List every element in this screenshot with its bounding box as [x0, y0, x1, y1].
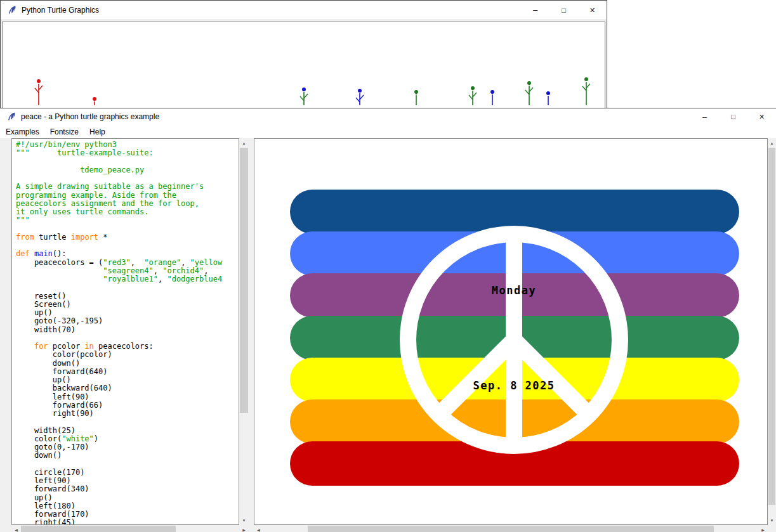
code-line: up()	[16, 309, 239, 317]
code-line: #!/usr/bin/env python3	[16, 141, 239, 149]
scrollbar-thumb[interactable]	[768, 148, 775, 505]
code-line: forward(340)	[16, 485, 239, 493]
pane-divider	[249, 138, 254, 525]
pane-divider	[249, 525, 254, 532]
scroll-up-icon[interactable]: ▲	[239, 138, 249, 148]
code-line: down()	[16, 360, 239, 368]
scrollbar-track[interactable]	[263, 525, 758, 532]
weekday-label: Monday	[492, 284, 536, 297]
code-line: def main():	[16, 250, 239, 258]
code-line: forward(66)	[16, 401, 239, 410]
background-window-title: Python Turtle Graphics	[22, 6, 99, 15]
minimize-button[interactable]: –	[521, 1, 549, 19]
tree-sprig	[414, 90, 418, 105]
tree-sprig	[490, 90, 494, 105]
tree-sprig	[469, 86, 477, 105]
code-line: right(45)	[16, 519, 239, 525]
code-line: Screen()	[16, 301, 239, 309]
turtle-canvas: Monday Sep. 8 2025	[254, 138, 768, 525]
code-line: left(90)	[16, 393, 239, 401]
main-window: peace - a Python turtle graphics example…	[0, 108, 776, 532]
background-turtle-canvas	[2, 22, 605, 108]
minimize-button[interactable]: –	[690, 108, 719, 125]
tree-sprig	[93, 97, 96, 105]
source-code[interactable]: #!/usr/bin/env python3""" turtle-example…	[12, 139, 239, 525]
code-line: width(70)	[16, 326, 239, 334]
maximize-button[interactable]: □	[549, 1, 578, 19]
code-line: right(90)	[16, 410, 239, 418]
scrollbar-track[interactable]	[21, 525, 239, 532]
code-horizontal-scrollbar[interactable]: ◀ ▶	[11, 525, 249, 532]
code-line: peacecolors = ("red3", "orange", "yellow	[16, 259, 239, 267]
menu-fontsize[interactable]: Fontsize	[45, 126, 84, 138]
code-line: down()	[16, 451, 239, 460]
code-line: left(90)	[16, 477, 239, 485]
scroll-right-icon[interactable]: ▶	[239, 525, 249, 532]
menu-help[interactable]: Help	[84, 126, 110, 138]
maximize-button[interactable]: □	[719, 108, 747, 125]
background-window: Python Turtle Graphics – □ ×	[0, 0, 607, 108]
code-line: goto(0,-170)	[16, 443, 239, 451]
scrollbar-track[interactable]	[239, 148, 249, 516]
tk-feather-icon	[6, 112, 16, 122]
code-line: peacecolors assignment and the for loop,	[16, 200, 239, 208]
code-line	[16, 158, 239, 166]
code-editor[interactable]: #!/usr/bin/env python3""" turtle-example…	[11, 138, 239, 525]
code-line: up()	[16, 494, 239, 502]
code-line	[16, 174, 239, 183]
code-line	[16, 334, 239, 342]
tree-sprigs-drawing	[3, 22, 605, 107]
code-vertical-scrollbar[interactable]: ▲ ▼	[239, 138, 249, 525]
code-line: width(25)	[16, 427, 239, 435]
tk-feather-icon	[7, 5, 17, 15]
code-line: circle(170)	[16, 469, 239, 477]
scroll-down-icon[interactable]: ▼	[239, 516, 249, 525]
main-window-titlebar[interactable]: peace - a Python turtle graphics example…	[0, 108, 776, 125]
code-line: for pcolor in peacecolors:	[16, 342, 239, 351]
close-button[interactable]: ×	[578, 1, 607, 19]
code-line: forward(640)	[16, 368, 239, 376]
scrollbar-track[interactable]	[768, 148, 776, 516]
left-gutter	[0, 525, 11, 532]
code-line: programming example. Aside from the	[16, 191, 239, 200]
code-line: """ turtle-example-suite:	[16, 149, 239, 157]
code-line: color("white")	[16, 435, 239, 443]
tree-sprig	[582, 77, 590, 105]
menu-examples[interactable]: Examples	[1, 126, 44, 138]
scrollbar-thumb[interactable]	[240, 148, 248, 413]
menubar: Examples Fontsize Help	[0, 125, 776, 138]
code-line	[16, 418, 239, 426]
scrollbar-thumb[interactable]	[308, 526, 714, 532]
canvas-vertical-scrollbar[interactable]: ▲ ▼	[768, 138, 776, 525]
scroll-down-icon[interactable]: ▼	[768, 516, 776, 525]
tree-sprig	[35, 79, 43, 105]
code-line: backward(640)	[16, 384, 239, 393]
background-window-titlebar[interactable]: Python Turtle Graphics – □ ×	[1, 1, 607, 19]
scroll-up-icon[interactable]: ▲	[768, 138, 776, 148]
tree-sprig	[525, 81, 533, 105]
code-line: reset()	[16, 292, 239, 301]
left-gutter	[0, 138, 11, 525]
code-line: "royalblue1", "dodgerblue4	[16, 275, 239, 283]
code-line	[16, 225, 239, 233]
tree-sprig	[300, 88, 308, 105]
main-window-title: peace - a Python turtle graphics example	[21, 112, 159, 121]
close-button[interactable]: ×	[747, 108, 776, 125]
code-line: color(pcolor)	[16, 351, 239, 359]
tree-sprig	[356, 89, 364, 105]
scroll-right-icon[interactable]: ▶	[758, 525, 768, 532]
tree-sprig	[546, 91, 550, 105]
scrollbar-thumb[interactable]	[21, 526, 176, 532]
canvas-horizontal-scrollbar[interactable]: ◀ ▶	[254, 525, 768, 532]
code-line: """	[16, 216, 239, 224]
code-line: from turtle import *	[16, 233, 239, 242]
window-controls: – □ ×	[521, 1, 607, 19]
scroll-left-icon[interactable]: ◀	[254, 525, 263, 532]
code-line: up()	[16, 376, 239, 384]
code-line	[16, 283, 239, 292]
code-line	[16, 242, 239, 250]
bottom-scroll-row: ◀ ▶ ◀ ▶	[0, 525, 776, 532]
scroll-left-icon[interactable]: ◀	[11, 525, 21, 532]
window-controls: – □ ×	[690, 108, 776, 125]
scrollbar-corner	[768, 525, 776, 532]
